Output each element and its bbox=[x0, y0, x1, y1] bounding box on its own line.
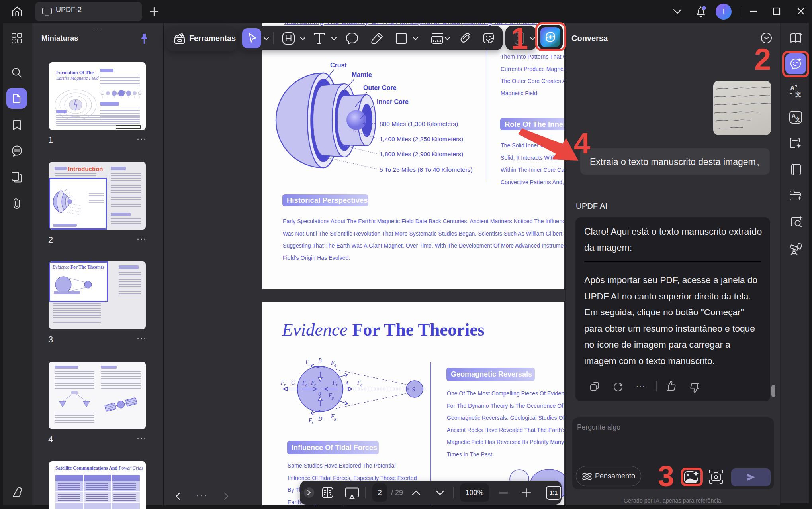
svg-text:1,800 Miles (2,900 Kilometers): 1,800 Miles (2,900 Kilometers) bbox=[380, 151, 463, 157]
svg-text:Inner Core: Inner Core bbox=[377, 98, 409, 105]
svg-text:A: A bbox=[790, 85, 795, 92]
svg-text:Mantle: Mantle bbox=[352, 71, 372, 78]
svg-text:文: 文 bbox=[795, 91, 801, 98]
svg-text:r: r bbox=[336, 383, 337, 387]
svg-text:1,400 Miles (2,250 Kilometers): 1,400 Miles (2,250 Kilometers) bbox=[380, 136, 463, 142]
svg-text:r: r bbox=[314, 383, 316, 387]
svg-text:r: r bbox=[312, 420, 313, 424]
svg-text:800 Miles (1,300 Kilometers): 800 Miles (1,300 Kilometers) bbox=[380, 120, 458, 127]
svg-text:文: 文 bbox=[795, 116, 800, 122]
svg-text:Outer Core: Outer Core bbox=[363, 85, 397, 91]
svg-text:S: S bbox=[412, 386, 415, 393]
svg-text:C: C bbox=[291, 380, 295, 386]
svg-text:D: D bbox=[318, 416, 322, 422]
svg-text:r: r bbox=[309, 362, 310, 366]
svg-text:A: A bbox=[345, 381, 349, 387]
svg-text:0: 0 bbox=[318, 391, 321, 397]
svg-text:g: g bbox=[334, 363, 336, 367]
svg-text:5 To 25 Miles (8 To 40 Kilomet: 5 To 25 Miles (8 To 40 Kilometers) bbox=[380, 166, 473, 173]
svg-text:g: g bbox=[360, 383, 362, 387]
svg-text:B: B bbox=[318, 358, 322, 364]
svg-text:g: g bbox=[334, 416, 336, 421]
svg-text:r: r bbox=[284, 383, 286, 387]
svg-text:Crust: Crust bbox=[330, 62, 347, 69]
svg-text:g: g bbox=[305, 383, 307, 387]
svg-text:g: g bbox=[332, 395, 334, 400]
